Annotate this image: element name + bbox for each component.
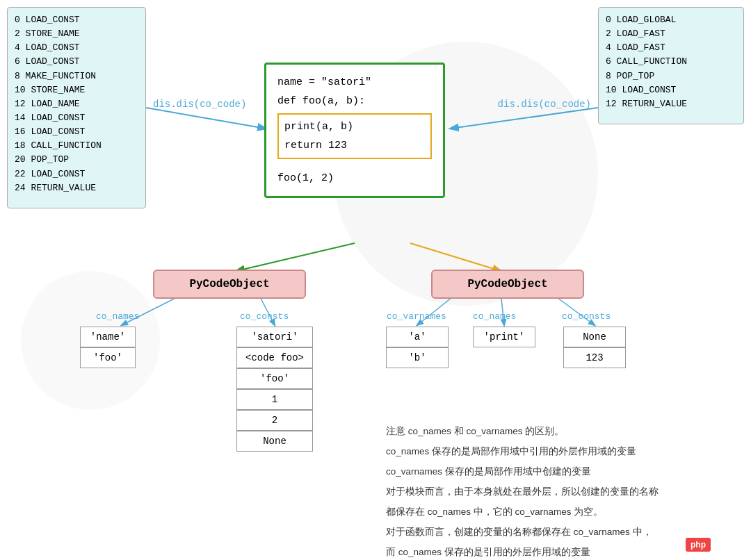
coconsts-left-cell-0: 'satori' — [236, 327, 313, 347]
conames-right-column: 'print' — [473, 327, 535, 347]
bytecode-left-line-11: 20 POP_TOP — [15, 153, 138, 167]
explanation-line2: co_names 保存的是局部作用域中引用的外层作用域的变量 — [386, 444, 706, 460]
covarnames-right-column: 'a' 'b' — [386, 327, 449, 368]
bytecode-right-line-3: 4 LOAD_FAST — [606, 41, 736, 55]
coconsts-left-cell-3: 1 — [236, 389, 313, 410]
coconsts-left-column: 'satori' <code foo> 'foo' 1 2 None — [236, 327, 313, 452]
coconsts-left-cell-2: 'foo' — [236, 368, 313, 389]
code-line-name: name = "satori" — [277, 73, 432, 92]
covarnames-right-cell-1: 'b' — [386, 347, 449, 368]
explanation-line8: 对于函数而言，创建的变量的名称都保存在 co_varnames 中， — [386, 525, 706, 541]
code-line-print: print(a, b) — [284, 117, 425, 136]
bytecode-right-line-4: 6 CALL_FUNCTION — [606, 55, 736, 69]
conames-right-cell-0: 'print' — [473, 327, 535, 347]
pycode-left-label: PyCodeObject — [189, 278, 269, 290]
coconsts-right-cell-0: None — [563, 327, 626, 347]
bytecode-right-line-1: 0 LOAD_GLOBAL — [606, 13, 736, 27]
conames-left-cell-1: 'foo' — [80, 347, 136, 368]
bytecode-left-line-6: 10 STORE_NAME — [15, 83, 138, 97]
dis-label-right: dis.dis(co_code) — [498, 99, 591, 110]
coconsts-left-cell-1: <code foo> — [236, 347, 313, 368]
bytecode-left-line-1: 0 LOAD_CONST — [15, 13, 138, 27]
bytecode-box-right: 0 LOAD_GLOBAL 2 LOAD_FAST 4 LOAD_FAST 6 … — [598, 7, 744, 124]
attr-coconsts-right: co_consts — [562, 311, 611, 322]
bytecode-left-line-3: 4 LOAD_CONST — [15, 41, 138, 55]
bytecode-left-line-8: 14 LOAD_CONST — [15, 111, 138, 125]
attr-covarnames-right: co_varnames — [387, 311, 446, 322]
covarnames-right-cell-0: 'a' — [386, 327, 449, 347]
bytecode-left-line-9: 16 LOAD_CONST — [15, 125, 138, 139]
conames-left-column: 'name' 'foo' — [80, 327, 136, 368]
conames-left-cell-0: 'name' — [80, 327, 136, 347]
bytecode-right-line-6: 10 LOAD_CONST — [606, 83, 736, 97]
pycode-right-label: PyCodeObject — [467, 278, 547, 290]
center-code-box: name = "satori" def foo(a, b): print(a, … — [264, 63, 445, 198]
code-line-return: return 123 — [284, 136, 425, 155]
bytecode-box-left: 0 LOAD_CONST 2 STORE_NAME 4 LOAD_CONST 6… — [7, 7, 146, 208]
pycode-object-left: PyCodeObject — [153, 270, 306, 299]
explanation-line1: 注意 co_names 和 co_varnames 的区别。 — [386, 424, 706, 440]
explanation-text: 注意 co_names 和 co_varnames 的区别。 co_names … — [386, 424, 706, 560]
bytecode-left-line-12: 22 LOAD_CONST — [15, 167, 138, 181]
explanation-line5: 对于模块而言，由于本身就处在最外层，所以创建的变量的名称 — [386, 484, 706, 500]
explanation-line9: 而 co_names 保存的是引用的外层作用域的变量 — [386, 545, 706, 560]
coconsts-left-cell-5: None — [236, 431, 313, 452]
dis-label-left: dis.dis(co_code) — [153, 99, 246, 110]
bytecode-right-line-7: 12 RETURN_VALUE — [606, 97, 736, 111]
bytecode-left-line-13: 24 RETURN_VALUE — [15, 181, 138, 195]
bytecode-left-line-5: 8 MAKE_FUNCTION — [15, 69, 138, 83]
explanation-line3: co_varnames 保存的是局部作用域中创建的变量 — [386, 464, 706, 480]
attr-conames-right: co_names — [473, 311, 516, 322]
bytecode-left-line-10: 18 CALL_FUNCTION — [15, 139, 138, 153]
bytecode-left-line-4: 6 LOAD_CONST — [15, 55, 138, 69]
php-badge: php — [686, 538, 711, 552]
coconsts-right-column: None 123 — [563, 327, 626, 368]
coconsts-left-cell-4: 2 — [236, 410, 313, 431]
bytecode-left-line-7: 12 LOAD_NAME — [15, 97, 138, 111]
code-line-call: foo(1, 2) — [277, 169, 432, 188]
attr-conames-left: co_names — [96, 311, 139, 322]
code-line-def: def foo(a, b): — [277, 92, 432, 110]
coconsts-right-cell-1: 123 — [563, 347, 626, 368]
bytecode-left-line-2: 2 STORE_NAME — [15, 27, 138, 41]
code-inner-box: print(a, b) return 123 — [277, 113, 432, 159]
bytecode-right-line-5: 8 POP_TOP — [606, 69, 736, 83]
attr-coconsts-left: co_consts — [240, 311, 289, 322]
pycode-object-right: PyCodeObject — [431, 270, 584, 299]
bytecode-right-line-2: 2 LOAD_FAST — [606, 27, 736, 41]
explanation-line6: 都保存在 co_names 中，它的 co_varnames 为空。 — [386, 504, 706, 520]
